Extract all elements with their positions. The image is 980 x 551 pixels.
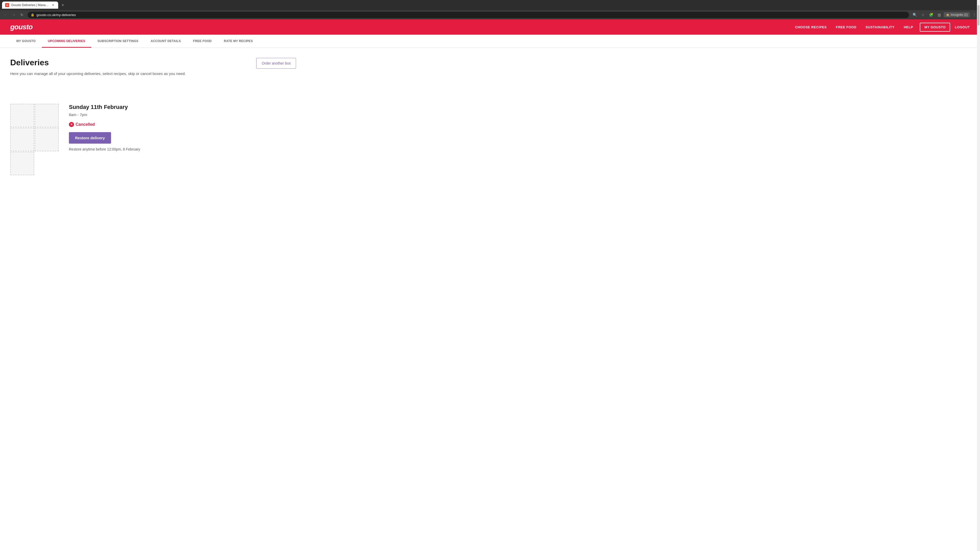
restore-delivery-button[interactable]: Restore delivery [69, 132, 111, 144]
main-nav: CHOOSE RECIPES FREE FOOD SUSTAINABILITY … [791, 23, 970, 32]
sidebar-button[interactable]: ▥ [935, 11, 943, 18]
recipe-image-3 [10, 128, 34, 151]
tab-close-button[interactable]: ✕ [51, 3, 55, 7]
order-another-box-button[interactable]: Order another box [256, 58, 296, 68]
sub-nav-subscription-settings[interactable]: SUBSCRIPTION SETTINGS [91, 35, 145, 48]
new-tab-button[interactable]: + [59, 2, 66, 9]
browser-action-buttons: 🔍 ☆ 🧩 ▥ 🕵 Incognito (2) ⋮ [911, 11, 978, 18]
restore-note: Restore anytime before 12:00pm, 8 Februa… [69, 147, 296, 151]
nav-my-gousto[interactable]: MY GOUSTO [920, 23, 950, 32]
browser-nav-controls: ← → ↻ [2, 11, 25, 18]
incognito-badge: 🕵 Incognito (2) [944, 12, 970, 17]
recipe-image-4 [35, 128, 59, 151]
back-button[interactable]: ← [2, 11, 9, 18]
delivery-image-grid [10, 104, 59, 175]
sub-nav-account-details[interactable]: ACCOUNT DETAILS [145, 35, 187, 48]
address-bar[interactable]: 🔒 gousto.co.uk/my-deliveries [27, 12, 909, 18]
recipe-image-2 [35, 104, 59, 127]
content-header: Deliveries Here you can manage all of yo… [10, 58, 296, 86]
sub-nav-rate-my-recipes[interactable]: RATE MY RECIPES [218, 35, 259, 48]
delivery-date: Sunday 11th February [69, 104, 296, 110]
address-bar-row: ← → ↻ 🔒 gousto.co.uk/my-deliveries 🔍 ☆ 🧩… [0, 10, 980, 19]
sub-nav-upcoming-deliveries[interactable]: UPCOMING DELIVERIES [42, 35, 91, 48]
extensions-button[interactable]: 🧩 [928, 11, 935, 18]
sub-nav: MY GOUSTO UPCOMING DELIVERIES SUBSCRIPTI… [0, 35, 980, 48]
url-display: gousto.co.uk/my-deliveries [37, 13, 76, 17]
tab-bar: G Gousto Deliveries | Manage All... ✕ + [2, 2, 66, 9]
bookmark-button[interactable]: ☆ [919, 11, 926, 18]
cancelled-status: ✕ Cancelled [69, 122, 296, 127]
recipe-image-1 [10, 104, 34, 127]
main-content: Deliveries Here you can manage all of yo… [0, 48, 306, 198]
cancelled-icon: ✕ [69, 122, 74, 127]
lock-icon: 🔒 [30, 13, 35, 17]
search-button[interactable]: 🔍 [911, 11, 918, 18]
browser-chrome: G Gousto Deliveries | Manage All... ✕ + [0, 0, 980, 10]
delivery-card: Sunday 11th February 8am - 7pm ✕ Cancell… [10, 96, 296, 183]
sub-nav-my-gousto[interactable]: MY GOUSTO [10, 35, 42, 48]
tab-title: Gousto Deliveries | Manage All... [11, 3, 49, 7]
gousto-logo[interactable]: gousto [10, 23, 32, 31]
incognito-icon: 🕵 [946, 13, 950, 17]
forward-button[interactable]: → [10, 11, 18, 18]
site-header: gousto CHOOSE RECIPES FREE FOOD SUSTAINA… [0, 19, 980, 35]
nav-sustainability[interactable]: SUSTAINABILITY [861, 25, 899, 29]
page-title: Deliveries [10, 58, 256, 67]
delivery-info: Sunday 11th February 8am - 7pm ✕ Cancell… [69, 104, 296, 151]
scrollbar-thumb[interactable] [977, 5, 980, 25]
nav-choose-recipes[interactable]: CHOOSE RECIPES [791, 25, 831, 29]
nav-free-food[interactable]: FREE FOOD [831, 25, 861, 29]
nav-logout[interactable]: LOGOUT [950, 25, 970, 29]
cancelled-label: Cancelled [76, 122, 95, 127]
tab-favicon: G [5, 3, 9, 7]
nav-help[interactable]: HELP [899, 25, 918, 29]
content-left: Deliveries Here you can manage all of yo… [10, 58, 256, 86]
recipe-image-5 [10, 152, 34, 175]
page-description: Here you can manage all of your upcoming… [10, 71, 189, 76]
incognito-label: Incognito (2) [951, 13, 968, 17]
scrollbar-track[interactable] [977, 0, 980, 198]
sub-nav-free-food[interactable]: FREE FOOD [187, 35, 218, 48]
delivery-time: 8am - 7pm [69, 113, 296, 117]
active-tab: G Gousto Deliveries | Manage All... ✕ [2, 2, 58, 9]
reload-button[interactable]: ↻ [18, 11, 25, 18]
